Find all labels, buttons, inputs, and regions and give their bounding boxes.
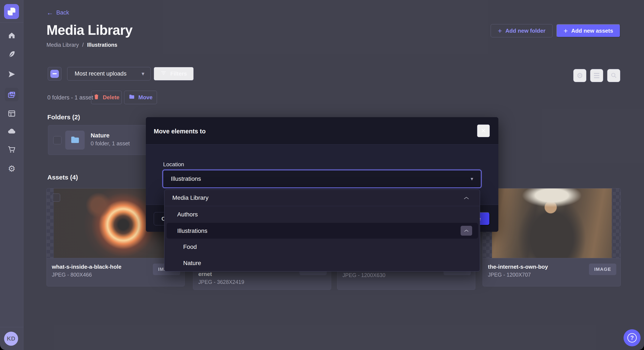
option-label: Media Library bbox=[172, 194, 208, 201]
option-label: Nature bbox=[183, 260, 201, 266]
option-label: Authors bbox=[177, 211, 198, 218]
dropdown-option-food[interactable]: Food bbox=[164, 239, 480, 255]
option-label: Illustrations bbox=[177, 227, 208, 234]
location-label: Location bbox=[163, 161, 184, 168]
collapse-children-button[interactable] bbox=[460, 226, 472, 236]
location-dropdown: Media Library Authors Illustrations Food… bbox=[164, 190, 480, 271]
location-combobox[interactable]: Illustrations ▾ bbox=[162, 170, 482, 188]
selected-option-highlight bbox=[166, 223, 478, 239]
option-label: Food bbox=[183, 243, 197, 250]
modal-title: Move elements to bbox=[154, 128, 206, 135]
dropdown-option-illustrations[interactable]: Illustrations bbox=[164, 223, 480, 239]
media-library-page: ⚙ KD ← Back Media Library Media Library … bbox=[0, 0, 644, 350]
modal-header: Move elements to bbox=[146, 117, 498, 145]
dropdown-option-media-library[interactable]: Media Library bbox=[164, 190, 480, 206]
dropdown-option-authors[interactable]: Authors bbox=[164, 206, 480, 223]
chevron-up-icon[interactable] bbox=[464, 194, 469, 201]
close-button[interactable] bbox=[477, 124, 490, 137]
dropdown-option-nature[interactable]: Nature bbox=[164, 255, 480, 271]
location-value: Illustrations bbox=[171, 175, 201, 182]
chevron-down-icon: ▾ bbox=[471, 176, 473, 182]
close-icon bbox=[481, 128, 486, 134]
